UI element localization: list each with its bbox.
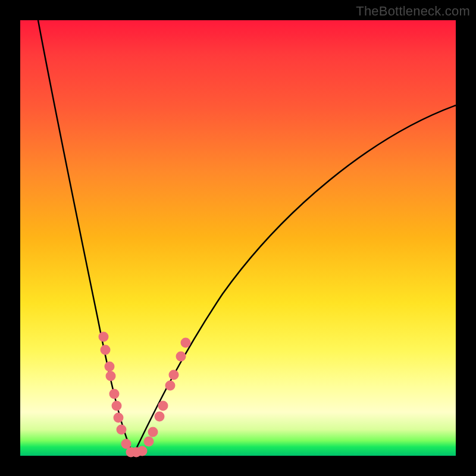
marker-point xyxy=(99,332,109,342)
chart-frame: TheBottleneck.com xyxy=(0,0,476,476)
bottleneck-curve xyxy=(38,20,456,455)
marker-point xyxy=(137,446,148,456)
marker-point xyxy=(158,401,168,411)
marker-point xyxy=(109,389,120,399)
plot-area xyxy=(20,20,456,456)
marker-point xyxy=(148,427,158,437)
sample-markers xyxy=(99,332,191,458)
curve-left-branch xyxy=(38,20,133,455)
marker-point xyxy=(169,370,179,380)
marker-point xyxy=(176,352,186,362)
watermark-text: TheBottleneck.com xyxy=(356,4,470,19)
marker-point xyxy=(106,371,116,381)
marker-point xyxy=(181,338,191,348)
marker-point xyxy=(114,413,124,423)
marker-point xyxy=(165,381,176,391)
marker-point xyxy=(105,362,115,372)
marker-point xyxy=(101,345,111,355)
curve-svg xyxy=(20,20,456,456)
curve-right-branch xyxy=(133,105,456,455)
marker-point xyxy=(144,437,154,447)
marker-point xyxy=(112,401,122,411)
marker-point xyxy=(155,412,165,422)
marker-point xyxy=(117,425,127,435)
